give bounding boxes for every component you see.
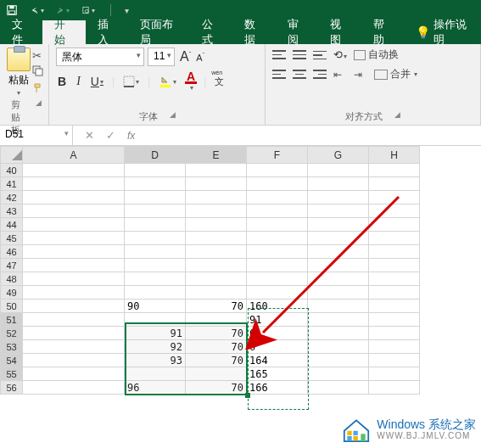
underline-button[interactable]: U (89, 75, 105, 88)
cell[interactable] (369, 245, 420, 259)
cell[interactable] (308, 218, 369, 232)
cell[interactable] (369, 286, 420, 300)
cell[interactable] (23, 164, 125, 177)
cell[interactable]: 165 (247, 367, 308, 381)
align-middle-button[interactable] (293, 49, 306, 61)
cell[interactable]: 96 (125, 381, 186, 395)
cell[interactable] (125, 313, 186, 327)
wrap-text-button[interactable]: 自动换 (354, 48, 399, 62)
cell[interactable]: 160 (247, 300, 308, 313)
row-header[interactable]: 51 (1, 313, 23, 327)
cell[interactable] (369, 340, 420, 354)
cell[interactable] (308, 354, 369, 367)
menu-data[interactable]: 数据 (232, 20, 275, 44)
cell[interactable] (247, 245, 308, 259)
cell[interactable] (308, 232, 369, 245)
cell[interactable]: 92 (125, 340, 186, 354)
row-header[interactable]: 42 (1, 191, 23, 204)
cell[interactable] (247, 204, 308, 218)
cell[interactable] (308, 340, 369, 354)
spreadsheet-grid[interactable]: A D E F G H 4041424344454647484950907016… (0, 146, 420, 395)
cell[interactable] (308, 313, 369, 327)
cell[interactable] (23, 245, 125, 259)
cell[interactable] (247, 272, 308, 286)
cell[interactable] (369, 164, 420, 177)
cut-icon[interactable]: ✂ (32, 49, 44, 62)
cell[interactable] (125, 191, 186, 204)
cell[interactable] (23, 313, 125, 327)
cell[interactable] (369, 354, 420, 367)
cell[interactable] (186, 259, 247, 272)
select-all-corner[interactable] (1, 147, 23, 164)
cell[interactable] (308, 367, 369, 381)
align-center-button[interactable] (293, 69, 306, 81)
row-header[interactable]: 41 (1, 177, 23, 191)
cell[interactable]: 0 (247, 327, 308, 340)
cell[interactable]: 166 (247, 381, 308, 395)
phonetic-guide-button[interactable]: 文 (213, 76, 226, 88)
preview-icon[interactable] (81, 3, 95, 17)
row-header[interactable]: 45 (1, 232, 23, 245)
cell[interactable] (125, 286, 186, 300)
menu-review[interactable]: 审阅 (276, 20, 318, 44)
border-button[interactable] (121, 76, 141, 87)
cell[interactable] (247, 191, 308, 204)
cell[interactable] (125, 259, 186, 272)
cell[interactable] (308, 164, 369, 177)
fill-color-button[interactable] (157, 76, 178, 87)
cell[interactable]: 91 (125, 327, 186, 340)
cell[interactable]: 0 (247, 340, 308, 354)
cell[interactable] (23, 259, 125, 272)
cell[interactable] (308, 381, 369, 395)
cell[interactable] (369, 272, 420, 286)
row-header[interactable]: 48 (1, 272, 23, 286)
format-painter-icon[interactable] (32, 82, 44, 94)
cell[interactable] (23, 232, 125, 245)
cell[interactable]: 90 (125, 300, 186, 313)
increase-indent-button[interactable]: ⇥ (354, 69, 367, 81)
decrease-indent-button[interactable]: ⇤ (333, 69, 347, 81)
cell[interactable] (369, 218, 420, 232)
cell[interactable] (369, 259, 420, 272)
cell[interactable] (186, 286, 247, 300)
cell[interactable]: 70 (186, 327, 247, 340)
menu-layout[interactable]: 页面布局 (128, 20, 190, 44)
cell[interactable]: 70 (186, 354, 247, 367)
cell[interactable] (125, 232, 186, 245)
redo-icon[interactable] (56, 3, 70, 17)
cell[interactable] (186, 232, 247, 245)
confirm-formula-icon[interactable]: ✓ (106, 129, 115, 142)
row-header[interactable]: 46 (1, 245, 23, 259)
copy-icon[interactable] (32, 65, 44, 79)
bold-button[interactable]: B (56, 75, 68, 88)
cell[interactable] (125, 204, 186, 218)
row-header[interactable]: 43 (1, 204, 23, 218)
cell[interactable] (369, 204, 420, 218)
row-header[interactable]: 50 (1, 300, 23, 313)
font-color-button[interactable]: A (185, 71, 197, 92)
col-header-G[interactable]: G (308, 147, 369, 164)
cell[interactable]: 93 (125, 354, 186, 367)
col-header-D[interactable]: D (125, 147, 186, 164)
cell[interactable] (186, 191, 247, 204)
cell[interactable]: 70 (186, 300, 247, 313)
cell[interactable] (23, 340, 125, 354)
cell[interactable] (23, 191, 125, 204)
cell[interactable] (247, 232, 308, 245)
cell[interactable] (369, 381, 420, 395)
font-size-select[interactable]: 11 (148, 48, 175, 66)
merge-button[interactable]: 合并 (374, 67, 417, 81)
cell[interactable] (125, 367, 186, 381)
menu-formulas[interactable]: 公式 (190, 20, 232, 44)
name-box[interactable]: D51 (0, 126, 73, 145)
cell[interactable] (247, 218, 308, 232)
cell[interactable] (186, 204, 247, 218)
menu-home[interactable]: 开始 (42, 20, 85, 44)
col-header-H[interactable]: H (369, 147, 420, 164)
save-icon[interactable] (5, 3, 19, 17)
col-header-A[interactable]: A (23, 147, 125, 164)
cell[interactable]: 91 (247, 313, 308, 327)
cell[interactable] (186, 313, 247, 327)
cell[interactable] (186, 218, 247, 232)
decrease-font-icon[interactable]: Aˇ (194, 52, 206, 63)
